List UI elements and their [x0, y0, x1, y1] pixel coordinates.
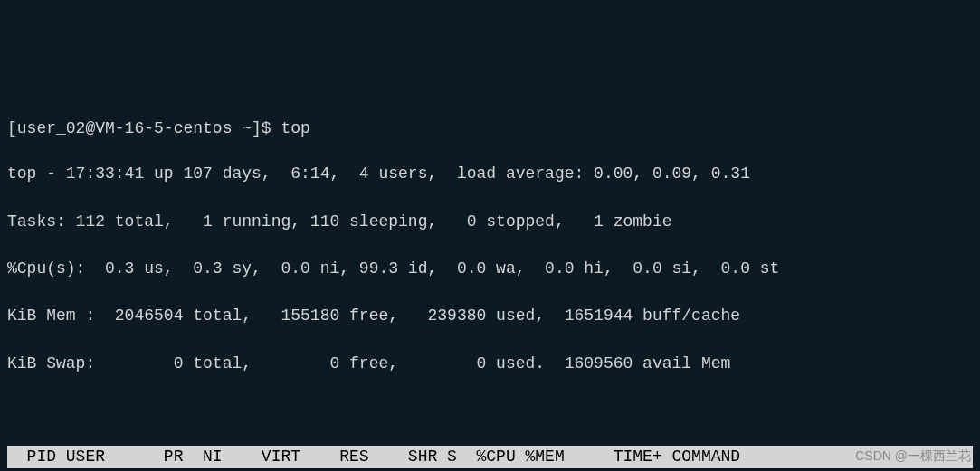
- blank-line: [7, 400, 973, 422]
- summary-uptime: top - 17:33:41 up 107 days, 6:14, 4 user…: [7, 163, 973, 185]
- watermark: CSDN @一棵西兰花: [855, 447, 971, 466]
- summary-swap: KiB Swap: 0 total, 0 free, 0 used. 16095…: [7, 353, 973, 375]
- prompt-line: [user_02@VM-16-5-centos ~]$ top: [7, 118, 973, 140]
- summary-mem: KiB Mem : 2046504 total, 155180 free, 23…: [7, 305, 973, 327]
- summary-cpu: %Cpu(s): 0.3 us, 0.3 sy, 0.0 ni, 99.3 id…: [7, 258, 973, 280]
- summary-tasks: Tasks: 112 total, 1 running, 110 sleepin…: [7, 211, 973, 233]
- process-header: PID USER PR NI VIRT RES SHR S %CPU %MEM …: [7, 446, 973, 468]
- terminal-output[interactable]: [user_02@VM-16-5-centos ~]$ top top - 17…: [7, 95, 973, 471]
